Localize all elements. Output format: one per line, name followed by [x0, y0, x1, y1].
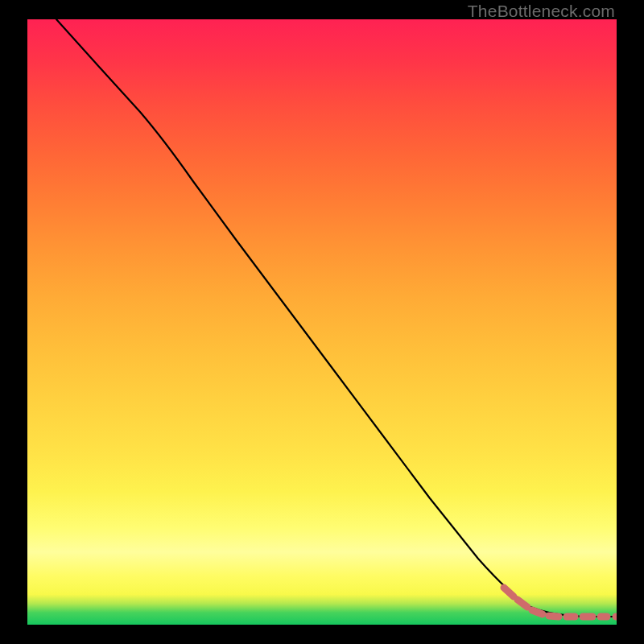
dotted-segment-group	[504, 588, 607, 617]
main-curve-path	[56, 19, 617, 617]
dot-seg	[504, 588, 514, 597]
watermark-text: TheBottleneck.com	[468, 2, 615, 21]
dot-end	[613, 613, 617, 621]
plot-area	[27, 19, 617, 625]
chart-container: TheBottleneck.com	[0, 0, 644, 644]
dot-seg	[518, 600, 527, 607]
chart-svg	[27, 19, 617, 625]
dot-seg	[549, 616, 559, 617]
dot-seg	[532, 610, 543, 614]
